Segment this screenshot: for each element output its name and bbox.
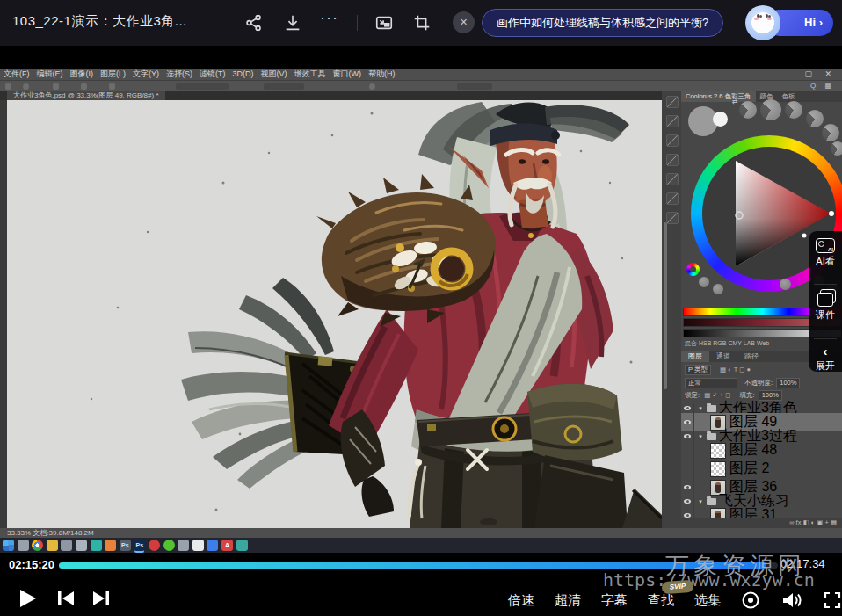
visibility-toggle[interactable] xyxy=(681,431,694,441)
taskbar-file-explorer[interactable] xyxy=(18,540,29,551)
download-icon[interactable] xyxy=(283,13,302,33)
menu-item-4[interactable]: 文字(Y) xyxy=(133,69,159,80)
assistant-avatar[interactable] xyxy=(745,5,780,40)
fullscreen-icon[interactable] xyxy=(824,591,841,609)
group-arrow-icon[interactable]: ▾ xyxy=(697,405,704,412)
taskbar-ps-alt[interactable]: Ps xyxy=(120,540,131,551)
layer-group-row[interactable]: ▾大作业3过程 xyxy=(681,431,842,441)
taskbar-clock-app[interactable] xyxy=(76,540,87,551)
menu-item-7[interactable]: 3D(D) xyxy=(233,69,254,80)
menu-item-9[interactable]: 增效工具 xyxy=(294,69,326,80)
taskbar-badge-app[interactable] xyxy=(61,540,72,551)
layers-tab-2[interactable]: 路径 xyxy=(737,351,766,362)
menu-item-8[interactable]: 视图(V) xyxy=(261,69,287,80)
menu-item-2[interactable]: 图像(I) xyxy=(70,69,94,80)
flow-field[interactable] xyxy=(264,83,304,90)
menu-item-1[interactable]: 编辑(E) xyxy=(37,69,63,80)
brush-preview-icon[interactable] xyxy=(23,83,29,90)
control-button-1[interactable]: 超清 xyxy=(555,592,581,609)
group-arrow-icon[interactable]: ▾ xyxy=(697,498,704,505)
previous-button[interactable] xyxy=(54,587,77,610)
next-button[interactable] xyxy=(90,587,113,610)
layer-thumbnail[interactable] xyxy=(710,443,726,459)
dock-tool-icon[interactable] xyxy=(666,134,679,147)
ps-document-tab[interactable]: 大作业3角色.psd @ 33.3%(图层 49, RGB/8#) * xyxy=(7,91,165,100)
tool-option-icon[interactable] xyxy=(109,83,115,90)
layer-group-row[interactable]: ▾大作业3角色 xyxy=(681,403,842,413)
visibility-toggle[interactable] xyxy=(681,413,694,431)
menu-item-0[interactable]: 文件(F) xyxy=(4,69,30,80)
share-icon[interactable] xyxy=(244,13,264,33)
tool-option-icon[interactable] xyxy=(81,83,87,90)
layer-row[interactable]: 图层 48 xyxy=(681,441,842,460)
group-arrow-icon[interactable]: ▾ xyxy=(697,433,704,440)
control-button-4[interactable]: 选集 xyxy=(694,592,721,609)
menu-item-10[interactable]: 窗口(W) xyxy=(333,69,362,80)
menu-item-11[interactable]: 帮助(H) xyxy=(368,69,396,80)
taskbar-paper-plane[interactable] xyxy=(178,540,189,551)
control-button-0[interactable]: 倍速 xyxy=(508,592,534,609)
taskbar-white-app[interactable] xyxy=(192,540,204,551)
record-icon[interactable] xyxy=(741,591,760,610)
opacity-value[interactable]: 100% xyxy=(776,378,800,388)
pip-icon[interactable] xyxy=(374,13,394,33)
more-icon[interactable]: ··· xyxy=(320,9,338,27)
taskbar-start[interactable] xyxy=(3,540,14,551)
visibility-toggle[interactable] xyxy=(681,460,694,478)
dock-tool-icon[interactable] xyxy=(666,192,679,205)
close-question-icon[interactable]: ✕ xyxy=(453,11,475,33)
tool-option-icon[interactable] xyxy=(53,83,59,90)
opacity-field[interactable] xyxy=(176,83,229,90)
taskbar-apple-music[interactable]: A xyxy=(221,540,233,551)
dock-tool-icon[interactable] xyxy=(666,173,679,185)
layer-filter-type[interactable]: P 类型 xyxy=(685,365,711,375)
ps-canvas[interactable] xyxy=(7,100,662,528)
volume-icon[interactable] xyxy=(780,590,803,611)
menu-item-5[interactable]: 选择(S) xyxy=(166,69,192,80)
home-icon[interactable] xyxy=(5,83,11,90)
taskbar-teal-app[interactable] xyxy=(236,540,248,551)
ai-watch-button[interactable]: AI看 xyxy=(809,238,842,284)
lock-icons[interactable]: ▦ ✓ + ◻ xyxy=(704,391,730,399)
taskbar-edge[interactable] xyxy=(207,540,218,551)
window-controls[interactable]: ▢ ✕ xyxy=(804,69,837,80)
taskbar-folder[interactable] xyxy=(47,540,58,551)
visibility-toggle[interactable] xyxy=(681,441,694,460)
canvas-scrollbar[interactable] xyxy=(664,222,667,389)
taskbar-wechat[interactable] xyxy=(163,540,175,551)
taskbar-chrome[interactable] xyxy=(32,540,43,551)
visibility-toggle[interactable] xyxy=(681,478,694,496)
visibility-toggle[interactable] xyxy=(681,496,694,506)
taskbar-video-app[interactable] xyxy=(91,540,102,551)
menu-item-3[interactable]: 图层(L) xyxy=(100,69,126,80)
crop-icon[interactable] xyxy=(412,13,432,33)
dock-tool-icon[interactable] xyxy=(666,96,679,108)
dock-tool-icon[interactable] xyxy=(666,115,679,127)
taskbar-firefox[interactable] xyxy=(105,540,116,551)
dock-tool-icon[interactable] xyxy=(666,212,679,224)
smoothing-field[interactable] xyxy=(457,83,492,90)
options-right-icons[interactable]: Q ▦ xyxy=(810,82,835,90)
slider-mode-labels[interactable]: 混合 HSB RGB CMY LAB Web xyxy=(685,339,769,348)
taskbar-photoshop[interactable]: Ps xyxy=(134,540,145,551)
layer-row[interactable]: 图层 2 xyxy=(681,460,842,478)
layers-footer-icons[interactable]: ∞ fx ◧ ◐ ▣ + ▦ xyxy=(681,518,842,528)
dock-tool-icon[interactable] xyxy=(666,154,679,166)
menu-item-6[interactable]: 滤镜(T) xyxy=(200,69,226,80)
visibility-toggle[interactable] xyxy=(681,403,694,413)
layers-tab-1[interactable]: 通道 xyxy=(709,351,737,362)
blend-mode-select[interactable]: 正常 xyxy=(685,378,737,388)
play-button[interactable] xyxy=(16,587,39,610)
control-button-3[interactable]: 查找 xyxy=(648,592,674,609)
taskbar-netease-music[interactable] xyxy=(149,540,160,551)
layer-group-row[interactable]: ▾飞天小练习 xyxy=(681,496,842,506)
courseware-button[interactable]: 课件 xyxy=(809,293,842,338)
progress-track[interactable] xyxy=(59,562,778,569)
layers-tab-0[interactable]: 图层 xyxy=(681,351,709,362)
layer-filter-icons[interactable]: ▦ ◐ T ◻ ● xyxy=(720,366,751,373)
control-button-2[interactable]: 字幕 xyxy=(601,592,628,609)
expand-button[interactable]: ‹ 展开 xyxy=(809,345,842,391)
airbrush-icon[interactable] xyxy=(369,83,375,90)
layer-thumbnail[interactable] xyxy=(710,461,726,477)
ai-question-bubble[interactable]: 画作中如何处理线稿与体积感之间的平衡? xyxy=(482,9,723,37)
